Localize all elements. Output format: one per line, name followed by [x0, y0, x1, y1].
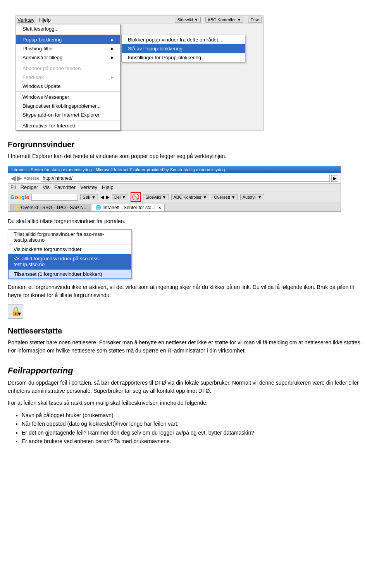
menu-item-hjelp[interactable]: Hjelp [39, 17, 51, 23]
forward-icon: ▶ [17, 174, 22, 182]
ie-sok-btn[interactable]: Søk ▼ [80, 194, 98, 200]
nettleserstotte-text: Portalen støtter bare noen nettlesere. F… [8, 339, 364, 355]
verktoy-dropdown: Slett leserlogg... Popup-blokkering ▶ Ph… [16, 24, 121, 131]
menu-abonner: Abonner på denne feeden... [16, 64, 120, 73]
section-forgrunnsvindu-text3: Dersom et forgrunnsvindu ikke er aktiver… [8, 283, 364, 299]
menu-favoritter[interactable]: Favoritter [54, 184, 76, 190]
menu-administrer[interactable]: Administrer tillegg ▶ [16, 53, 120, 62]
nettleserstotte-title: Nettleserstøtte [8, 327, 364, 335]
ie-kontroller-btn[interactable]: ABC Kontroller ▼ [171, 194, 210, 200]
nav-arrows: ◀ ▶ [10, 174, 22, 182]
ie-oversett-btn[interactable]: Oversett ▼ [212, 194, 238, 200]
menu-item-verktoy[interactable]: Verktøy [17, 17, 34, 23]
feil-bullet-1: Når feilen oppstod (dato og klokkeslett)… [22, 420, 364, 428]
top-menu-screenshot: Verktøy Hjelp Sidewiki ▼ ABC Kontroller … [16, 15, 264, 131]
menu-alternativer[interactable]: Alternativer for Internett [16, 121, 120, 130]
ie-tab-0-label: ⭐ Oversikt - SSØ - TPO - SAP N... [14, 205, 88, 210]
section-forgrunnsvinduer-intro: I Internett Explorer kan det hende at vi… [8, 152, 364, 160]
arrow-icon: ▶ [111, 38, 114, 42]
ie-back[interactable]: ◀ [100, 194, 104, 200]
google-toolbar: Google Søk ▼ ◀ ▶ Del ▼ 🚫 Sidewiki ▼ ABC … [8, 191, 341, 203]
back-icon: ◀ [10, 174, 16, 182]
menu-skype[interactable]: Skype add-on for Internet Explorer [16, 110, 120, 119]
feilrapportering-list: Navn på pålogget bruker (brukernavn). Nå… [8, 411, 364, 446]
arrow-icon: ▶ [111, 55, 114, 60]
toolbar-other: Erse [248, 17, 262, 23]
ie-title-bar: Intranett - Senter for statlig økonomist… [8, 166, 341, 173]
menu-bar: Verktøy Hjelp Sidewiki ▼ ABC Kontroller … [16, 16, 263, 24]
ie-tab-1-label: 🌐 Intranett - Senter for sta... [95, 205, 155, 210]
feil-bullet-0: Navn på pålogget bruker (brukernavn). [22, 411, 364, 420]
address-label: Adresse [24, 176, 39, 181]
ie-fwd[interactable]: ▶ [106, 194, 110, 200]
popup-menu-screenshot: Tillat alltid forgrunnsvinduer fra sso-m… [8, 229, 132, 279]
ie-tab-1[interactable]: 🌐 Intranett - Senter for sta... ✕ [92, 204, 165, 211]
ie-title-text: Intranett - Senter for statlig økonomist… [11, 167, 225, 172]
toolbar-sidewiki: Sidewiki ▼ [175, 17, 200, 23]
google-logo: Google [10, 194, 29, 200]
feil-bullet-3: Er andre brukere ved enheten berørt? Ta … [22, 437, 364, 445]
ie-sidewiki-btn[interactable]: Sidewiki ▼ [143, 194, 169, 200]
arrow-icon: ▶ [111, 46, 114, 51]
popup-submenu: Blokker popup-vinduer fra dette området.… [121, 35, 245, 62]
menu-feed-sok: Feed-søk ▶ [16, 73, 120, 82]
menu-windows-messenger[interactable]: Windows Messenger [16, 93, 120, 101]
submenu-sla-av[interactable]: Slå av Popup-blokkering [122, 44, 245, 53]
section-forgrunnsvinduer-text2: Du skal alltid tillate forgrunnsvinduer … [8, 217, 364, 225]
ie-tabs: ⭐ Oversikt - SSØ - TPO - SAP N... 🌐 Intr… [8, 203, 341, 211]
feilrapportering-title: Feilrapportering [8, 366, 364, 376]
google-search-input[interactable] [31, 194, 78, 201]
ie-tab-close[interactable]: ✕ [158, 206, 161, 210]
ie-address-bar: ◀ ▶ Adresse ▶ [8, 173, 341, 184]
address-input[interactable] [41, 175, 330, 182]
menu-slett-leserlogg[interactable]: Slett leserlogg... [16, 24, 120, 33]
popup-menu-item-0[interactable]: Tillat alltid forgrunnsvinduer fra sso-m… [8, 230, 131, 245]
menu-diagnostiser[interactable]: Diagnostiser tilkoblingsproblemer... [16, 101, 120, 110]
menu-verktoy[interactable]: Verktøy [80, 184, 97, 190]
ie-del-btn[interactable]: Del ▼ [112, 194, 128, 200]
go-button[interactable]: ▶ [331, 175, 338, 182]
menu-vis[interactable]: Vis [43, 184, 50, 190]
section-forgrunnsvinduer-title: Forgrunnsvinduer [8, 140, 364, 149]
feilrapportering-text1: Dersom du oppdager feil i portalen, så b… [8, 379, 364, 395]
popup-menu-item-3[interactable]: Tilsansset (1 forgrunnsvinduer blokkert) [8, 269, 131, 279]
popup-blocked-icon: 🚫 [132, 194, 140, 200]
popup-menu-item-1[interactable]: Vis blokkerte forgrunnsvinduer [8, 245, 131, 254]
popup-block-icon-img: 🔒 ▼ [8, 304, 23, 319]
menu-hjelp[interactable]: Hjelp [102, 184, 114, 190]
submenu-blokker[interactable]: Blokker popup-vinduer fra dette området.… [122, 35, 245, 44]
feil-bullet-2: Er det en gjentagende feil? Rammer den d… [22, 428, 364, 437]
popup-blocked-icon-container: 🚫 [131, 192, 141, 202]
feilrapportering-text2: For at feilen skal løses så raskt som mu… [8, 399, 364, 407]
ie-screenshot: Intranett - Senter for statlig økonomist… [8, 166, 341, 212]
submenu-innstillinger[interactable]: Innstillinger for Popup-blokkering [122, 53, 245, 62]
content-section-1: Forgrunnsvinduer I Internett Explorer ka… [0, 140, 372, 457]
menu-phishing-filter[interactable]: Phishing-filter ▶ [16, 44, 120, 53]
ie-menu-bar: Fil Rediger Vis Favoritter Verktøy Hjelp [8, 184, 341, 191]
toolbar-kontroller: ABC Kontroller ▼ [205, 17, 244, 23]
ie-autofyll-btn[interactable]: Autofyll ▼ [240, 194, 264, 200]
menu-rediger[interactable]: Rediger [21, 184, 38, 190]
popup-icon-arrow: ▼ [17, 311, 22, 317]
ie-tab-0[interactable]: ⭐ Oversikt - SSØ - TPO - SAP N... [10, 204, 91, 211]
popup-menu-item-2[interactable]: Vis alltid forgrunnsvinduer på sso-mss-t… [8, 254, 131, 269]
menu-popup-blokkering[interactable]: Popup-blokkering ▶ [16, 35, 120, 44]
arrow-icon: ▶ [111, 75, 114, 79]
menu-windows-update[interactable]: Windows Update [16, 82, 120, 91]
menu-fil[interactable]: Fil [10, 184, 16, 190]
